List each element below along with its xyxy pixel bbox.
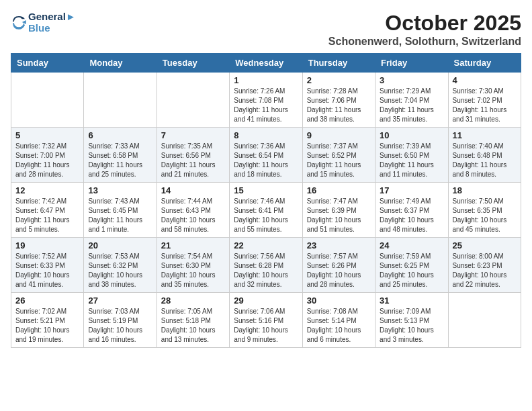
day-number: 10 — [380, 130, 443, 140]
calendar-cell: 22Sunrise: 7:56 AM Sunset: 6:28 PM Dayli… — [230, 238, 302, 293]
day-number: 14 — [161, 185, 225, 195]
day-number: 30 — [307, 295, 371, 306]
calendar-cell: 8Sunrise: 7:36 AM Sunset: 6:54 PM Daylig… — [230, 128, 302, 183]
calendar-cell: 5Sunrise: 7:32 AM Sunset: 7:00 PM Daylig… — [11, 128, 84, 183]
calendar-table: SundayMondayTuesdayWednesdayThursdayFrid… — [11, 53, 521, 348]
day-number: 6 — [88, 130, 152, 140]
day-info: Sunrise: 7:40 AM Sunset: 6:48 PM Dayligh… — [453, 142, 517, 179]
calendar-cell: 27Sunrise: 7:03 AM Sunset: 5:19 PM Dayli… — [84, 293, 157, 348]
day-info: Sunrise: 7:03 AM Sunset: 5:19 PM Dayligh… — [88, 307, 152, 345]
calendar-cell: 26Sunrise: 7:02 AM Sunset: 5:21 PM Dayli… — [11, 293, 84, 348]
calendar-cell: 12Sunrise: 7:42 AM Sunset: 6:47 PM Dayli… — [11, 183, 84, 238]
weekday-header-friday: Friday — [375, 54, 448, 73]
calendar-cell — [84, 73, 157, 128]
calendar-cell: 28Sunrise: 7:05 AM Sunset: 5:18 PM Dayli… — [157, 293, 229, 348]
calendar-cell: 23Sunrise: 7:57 AM Sunset: 6:26 PM Dayli… — [302, 238, 375, 293]
day-number: 11 — [453, 130, 517, 140]
day-info: Sunrise: 7:09 AM Sunset: 5:13 PM Dayligh… — [380, 307, 443, 345]
calendar-cell: 17Sunrise: 7:49 AM Sunset: 6:37 PM Dayli… — [375, 183, 448, 238]
day-info: Sunrise: 7:28 AM Sunset: 7:06 PM Dayligh… — [307, 87, 371, 124]
day-info: Sunrise: 7:35 AM Sunset: 6:56 PM Dayligh… — [161, 142, 225, 179]
day-info: Sunrise: 7:39 AM Sunset: 6:50 PM Dayligh… — [380, 142, 443, 179]
month-title: October 2025 — [328, 11, 521, 36]
day-number: 24 — [380, 240, 443, 250]
day-info: Sunrise: 7:54 AM Sunset: 6:30 PM Dayligh… — [161, 252, 225, 289]
day-info: Sunrise: 7:30 AM Sunset: 7:02 PM Dayligh… — [453, 87, 517, 124]
calendar-cell: 19Sunrise: 7:52 AM Sunset: 6:33 PM Dayli… — [11, 238, 84, 293]
day-number: 27 — [88, 295, 152, 306]
day-info: Sunrise: 7:06 AM Sunset: 5:16 PM Dayligh… — [234, 307, 298, 345]
calendar-week-row: 19Sunrise: 7:52 AM Sunset: 6:33 PM Dayli… — [11, 238, 521, 293]
calendar-cell: 9Sunrise: 7:37 AM Sunset: 6:52 PM Daylig… — [302, 128, 375, 183]
calendar-cell: 4Sunrise: 7:30 AM Sunset: 7:02 PM Daylig… — [448, 73, 521, 128]
day-info: Sunrise: 7:33 AM Sunset: 6:58 PM Dayligh… — [88, 142, 152, 179]
calendar-week-row: 5Sunrise: 7:32 AM Sunset: 7:00 PM Daylig… — [11, 128, 521, 183]
calendar-cell: 16Sunrise: 7:47 AM Sunset: 6:39 PM Dayli… — [302, 183, 375, 238]
calendar-week-row: 1Sunrise: 7:26 AM Sunset: 7:08 PM Daylig… — [11, 73, 521, 128]
day-number: 21 — [161, 240, 225, 250]
day-info: Sunrise: 7:26 AM Sunset: 7:08 PM Dayligh… — [234, 87, 298, 124]
calendar-cell: 24Sunrise: 7:59 AM Sunset: 6:25 PM Dayli… — [375, 238, 448, 293]
day-number: 5 — [15, 130, 79, 140]
weekday-header-tuesday: Tuesday — [157, 54, 229, 73]
day-number: 1 — [234, 75, 298, 85]
calendar-cell: 14Sunrise: 7:44 AM Sunset: 6:43 PM Dayli… — [157, 183, 229, 238]
calendar-cell: 20Sunrise: 7:53 AM Sunset: 6:32 PM Dayli… — [84, 238, 157, 293]
day-number: 7 — [161, 130, 225, 140]
calendar-cell: 25Sunrise: 8:00 AM Sunset: 6:23 PM Dayli… — [448, 238, 521, 293]
day-number: 26 — [15, 295, 79, 306]
weekday-header-row: SundayMondayTuesdayWednesdayThursdayFrid… — [11, 54, 521, 73]
day-info: Sunrise: 7:42 AM Sunset: 6:47 PM Dayligh… — [15, 197, 79, 234]
calendar-cell — [157, 73, 229, 128]
day-number: 2 — [307, 75, 371, 85]
calendar-cell: 29Sunrise: 7:06 AM Sunset: 5:16 PM Dayli… — [230, 293, 302, 348]
day-number: 18 — [453, 185, 517, 195]
calendar-cell: 11Sunrise: 7:40 AM Sunset: 6:48 PM Dayli… — [448, 128, 521, 183]
calendar-cell: 18Sunrise: 7:50 AM Sunset: 6:35 PM Dayli… — [448, 183, 521, 238]
logo-icon — [11, 14, 27, 30]
day-info: Sunrise: 7:52 AM Sunset: 6:33 PM Dayligh… — [15, 252, 79, 289]
calendar-cell — [448, 293, 521, 348]
calendar-cell: 7Sunrise: 7:35 AM Sunset: 6:56 PM Daylig… — [157, 128, 229, 183]
calendar-cell: 6Sunrise: 7:33 AM Sunset: 6:58 PM Daylig… — [84, 128, 157, 183]
day-number: 13 — [88, 185, 152, 195]
day-number: 4 — [453, 75, 517, 85]
location-title: Schonenwerd, Solothurn, Switzerland — [328, 36, 521, 48]
title-section: October 2025 Schonenwerd, Solothurn, Swi… — [328, 11, 521, 48]
day-info: Sunrise: 7:59 AM Sunset: 6:25 PM Dayligh… — [380, 252, 443, 289]
day-info: Sunrise: 7:29 AM Sunset: 7:04 PM Dayligh… — [380, 87, 443, 124]
day-info: Sunrise: 7:05 AM Sunset: 5:18 PM Dayligh… — [161, 307, 225, 345]
day-number: 17 — [380, 185, 443, 195]
calendar-week-row: 26Sunrise: 7:02 AM Sunset: 5:21 PM Dayli… — [11, 293, 521, 348]
weekday-header-wednesday: Wednesday — [230, 54, 302, 73]
day-info: Sunrise: 7:37 AM Sunset: 6:52 PM Dayligh… — [307, 142, 371, 179]
day-info: Sunrise: 7:50 AM Sunset: 6:35 PM Dayligh… — [453, 197, 517, 234]
day-number: 25 — [453, 240, 517, 250]
day-number: 20 — [88, 240, 152, 250]
day-number: 8 — [234, 130, 298, 140]
calendar-cell — [11, 73, 84, 128]
day-info: Sunrise: 7:43 AM Sunset: 6:45 PM Dayligh… — [88, 197, 152, 234]
calendar-cell: 3Sunrise: 7:29 AM Sunset: 7:04 PM Daylig… — [375, 73, 448, 128]
page-header: General► Blue October 2025 Schonenwerd, … — [11, 11, 521, 48]
calendar-cell: 2Sunrise: 7:28 AM Sunset: 7:06 PM Daylig… — [302, 73, 375, 128]
calendar-cell: 21Sunrise: 7:54 AM Sunset: 6:30 PM Dayli… — [157, 238, 229, 293]
calendar-cell: 10Sunrise: 7:39 AM Sunset: 6:50 PM Dayli… — [375, 128, 448, 183]
calendar-cell: 30Sunrise: 7:08 AM Sunset: 5:14 PM Dayli… — [302, 293, 375, 348]
day-number: 23 — [307, 240, 371, 250]
day-info: Sunrise: 7:57 AM Sunset: 6:26 PM Dayligh… — [307, 252, 371, 289]
day-number: 9 — [307, 130, 371, 140]
calendar-cell: 13Sunrise: 7:43 AM Sunset: 6:45 PM Dayli… — [84, 183, 157, 238]
day-info: Sunrise: 7:47 AM Sunset: 6:39 PM Dayligh… — [307, 197, 371, 234]
day-info: Sunrise: 8:00 AM Sunset: 6:23 PM Dayligh… — [453, 252, 517, 289]
day-number: 15 — [234, 185, 298, 195]
day-number: 29 — [234, 295, 298, 306]
day-info: Sunrise: 7:46 AM Sunset: 6:41 PM Dayligh… — [234, 197, 298, 234]
day-info: Sunrise: 7:08 AM Sunset: 5:14 PM Dayligh… — [307, 307, 371, 345]
day-number: 12 — [15, 185, 79, 195]
weekday-header-sunday: Sunday — [11, 54, 84, 73]
logo-text: General► Blue — [28, 11, 76, 34]
calendar-cell: 31Sunrise: 7:09 AM Sunset: 5:13 PM Dayli… — [375, 293, 448, 348]
logo: General► Blue — [11, 11, 76, 34]
weekday-header-thursday: Thursday — [302, 54, 375, 73]
